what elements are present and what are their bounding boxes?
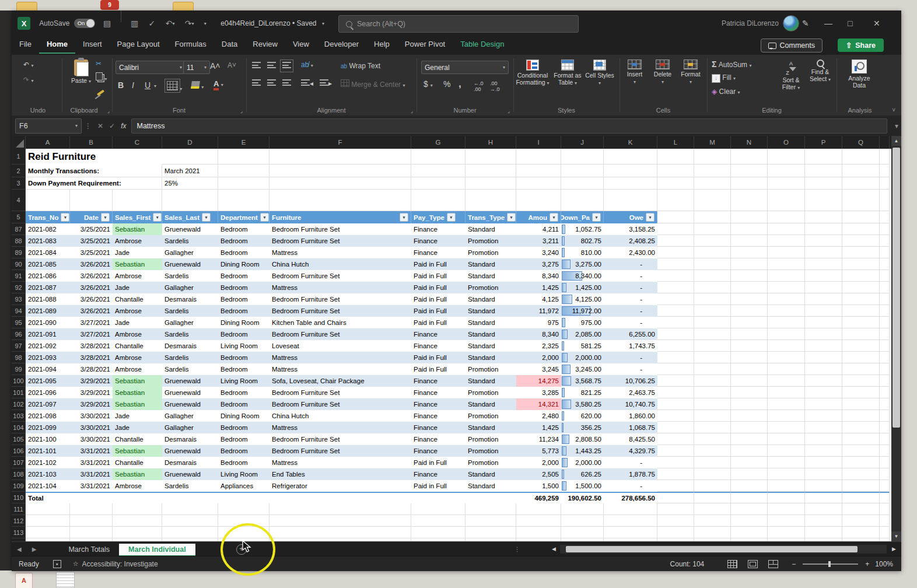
cell-down[interactable]: 581.25: [561, 340, 604, 352]
cell-type[interactable]: Promotion: [466, 387, 516, 398]
grid-cell[interactable]: [657, 515, 694, 527]
cell-down[interactable]: 810.00: [561, 247, 604, 258]
grid-cell[interactable]: [657, 398, 694, 410]
grid-cell[interactable]: [270, 503, 411, 515]
document-file-icon[interactable]: [56, 572, 75, 588]
column-header-A[interactable]: A: [26, 136, 70, 149]
grid-cell[interactable]: [657, 223, 694, 235]
grid-cell[interactable]: [768, 503, 805, 515]
cell-trans[interactable]: 2021-093: [26, 352, 70, 363]
cell-dept[interactable]: Bedroom: [218, 235, 270, 247]
grid-cell[interactable]: [694, 282, 731, 293]
grid-cell[interactable]: [70, 515, 113, 527]
cell-amount[interactable]: 14,321: [516, 398, 561, 410]
cell-trans[interactable]: 2021-089: [26, 305, 70, 317]
cell-amount[interactable]: 14,275: [516, 375, 561, 387]
grid-cell[interactable]: [842, 328, 880, 340]
filter-dropdown-icon[interactable]: ▾: [592, 213, 601, 222]
cell-pay[interactable]: Paid in Full: [411, 480, 466, 492]
cell-furn[interactable]: Mattress: [270, 422, 411, 433]
row-header-3[interactable]: 3: [12, 177, 26, 190]
grid-cell[interactable]: [657, 270, 694, 282]
ribbon-tab-power-pivot[interactable]: Power Pivot: [397, 36, 453, 52]
maximize-button[interactable]: □: [848, 10, 867, 36]
sheet-tab-march-individual[interactable]: March Individual: [119, 544, 195, 556]
row-header-96[interactable]: 96: [12, 328, 26, 340]
cell-owed[interactable]: -: [604, 305, 657, 317]
grid-cell[interactable]: [657, 352, 694, 363]
grid-cell[interactable]: [113, 515, 162, 527]
cell-type[interactable]: Standard: [466, 328, 516, 340]
grid-cell[interactable]: [694, 503, 731, 515]
cell-first[interactable]: Jade: [113, 422, 162, 433]
align-left-icon[interactable]: [252, 79, 261, 88]
grid-cell[interactable]: [162, 515, 218, 527]
column-header-C[interactable]: C: [113, 136, 162, 149]
grid-cell[interactable]: [516, 503, 561, 515]
grid-cell[interactable]: [561, 503, 604, 515]
grid-cell[interactable]: [768, 282, 805, 293]
row-header-87[interactable]: 87: [12, 223, 26, 235]
grid-cell[interactable]: [768, 340, 805, 352]
format-as-table-button[interactable]: Format as Table ▾: [551, 60, 584, 87]
grid-cell[interactable]: [657, 340, 694, 352]
grid-cell[interactable]: [731, 468, 768, 480]
cell-amount[interactable]: 3,211: [516, 235, 561, 247]
cell-down[interactable]: 8,340.00: [561, 270, 604, 282]
cell-amount[interactable]: 1,425: [516, 422, 561, 433]
grid-cell[interactable]: [657, 363, 694, 375]
cell-date[interactable]: 3/27/2021: [70, 317, 113, 328]
cell-down[interactable]: 821.25: [561, 387, 604, 398]
cell-last[interactable]: Sardelis: [162, 480, 218, 492]
grid-cell[interactable]: [842, 433, 880, 445]
row-header-93[interactable]: 93: [12, 293, 26, 305]
scroll-down-icon[interactable]: ▼: [891, 531, 901, 541]
ribbon-tab-data[interactable]: Data: [214, 36, 245, 52]
filter-dropdown-icon[interactable]: ▾: [447, 213, 456, 222]
cell-first[interactable]: Sebastian: [113, 468, 162, 480]
cell-pay[interactable]: Paid in Full: [411, 457, 466, 468]
grid-cell[interactable]: [113, 190, 162, 211]
ribbon-tab-insert[interactable]: Insert: [75, 36, 110, 52]
cell-first[interactable]: Sebastian: [113, 375, 162, 387]
cell-trans[interactable]: 2021-097: [26, 398, 70, 410]
cell-furn[interactable]: Mattress: [270, 457, 411, 468]
cell-date[interactable]: 3/31/2021: [70, 457, 113, 468]
redo-icon[interactable]: ↷ ▾: [185, 10, 194, 36]
grid-cell[interactable]: [805, 235, 842, 247]
column-header-J[interactable]: J: [561, 136, 604, 149]
grid-cell[interactable]: [604, 503, 657, 515]
cell-amount[interactable]: 2,480: [516, 410, 561, 422]
grid-cell[interactable]: [768, 457, 805, 468]
cell-date[interactable]: 3/26/2021: [70, 258, 113, 270]
cell-type[interactable]: Promotion: [466, 433, 516, 445]
cell-date[interactable]: 3/31/2021: [70, 480, 113, 492]
cell-dept[interactable]: Bedroom: [218, 270, 270, 282]
cell-amount[interactable]: 3,245: [516, 363, 561, 375]
cell-furn[interactable]: Bedroom Furniture Set: [270, 305, 411, 317]
cell-down[interactable]: 2,808.50: [561, 433, 604, 445]
cell-furn[interactable]: Bedroom Furniture Set: [270, 223, 411, 235]
cell-last[interactable]: Sardelis: [162, 270, 218, 282]
cell-furn[interactable]: China Hutch: [270, 258, 411, 270]
cell-furn[interactable]: Bedroom Furniture Set: [270, 270, 411, 282]
grid-cell[interactable]: [731, 340, 768, 352]
horizontal-scroll-thumb[interactable]: [566, 546, 858, 552]
cell-furn[interactable]: Refrigerator: [270, 480, 411, 492]
grid-cell[interactable]: [768, 223, 805, 235]
currency-format-icon[interactable]: $ ▾: [424, 79, 433, 89]
grid-cell[interactable]: [805, 398, 842, 410]
cell-amount[interactable]: 5,773: [516, 445, 561, 457]
grid-cell[interactable]: [26, 190, 70, 211]
grid-cell[interactable]: [842, 422, 880, 433]
cell-dept[interactable]: Bedroom: [218, 293, 270, 305]
cell-owed[interactable]: -: [604, 480, 657, 492]
total-down-payment[interactable]: 190,602.50: [561, 492, 604, 503]
cell-first[interactable]: Ambrose: [113, 352, 162, 363]
cell-dept[interactable]: Bedroom: [218, 328, 270, 340]
grid-cell[interactable]: [731, 387, 768, 398]
cell-owed[interactable]: 2,463.75: [604, 387, 657, 398]
grid-cell[interactable]: [768, 515, 805, 527]
grid-cell[interactable]: [731, 317, 768, 328]
cell-last[interactable]: Sardelis: [162, 235, 218, 247]
